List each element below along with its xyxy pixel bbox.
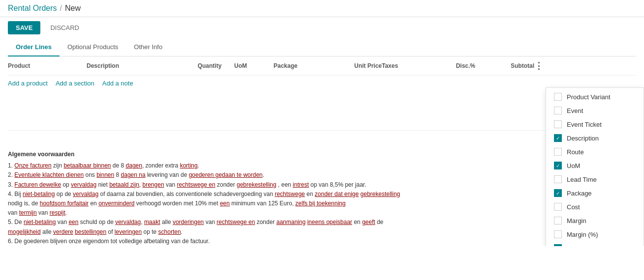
dropdown-label-margin-pct: Margin (%) [567,231,598,238]
dropdown-item-product-variant[interactable]: Product Variant [546,90,644,104]
breadcrumb-bar: Rental Orders / New [0,0,644,17]
dropdown-label-event: Event [567,107,583,114]
dropdown-label-uom: UoM [567,162,580,169]
col-header-unit-price: Unit Price [333,62,382,69]
table-header: Product Description Quantity UoM Package… [8,56,636,76]
dropdown-label-route: Route [567,148,584,156]
checkbox-margin-pct [554,230,562,238]
discard-button[interactable]: DISCARD [44,21,85,34]
terms-title: Algemene voorwaarden [8,150,401,159]
dropdown-item-cost[interactable]: Cost [546,200,644,214]
dropdown-item-route[interactable]: Route [546,145,644,159]
main-content: Order Lines Optional Products Other Info… [0,38,644,246]
checkbox-taxes [554,244,562,246]
checkbox-lead-time [554,175,562,183]
table-add-row: Add a product Add a section Add a note [8,76,636,91]
checkbox-event-ticket [554,120,562,128]
terms-line-2: 2. Eventuele klachten dienen ons binnen … [8,170,401,180]
dropdown-item-uom[interactable]: UoM [546,159,644,172]
terms-line-6: 6. De goederen blijven onze eigendom tot… [8,237,401,246]
col-header-subtotal: Subtotal [475,62,534,69]
dropdown-label-cost: Cost [567,203,580,211]
dropdown-item-event[interactable]: Event [546,104,644,117]
terms-line-5: 5. De niet-betaling van een schuld op de… [8,218,401,236]
dropdown-label-margin: Margin [567,217,586,224]
col-header-uom: UoM [234,62,274,69]
dropdown-item-description[interactable]: Description [546,131,644,145]
terms-line-1: 1. Onze facturen zijn betaalbaar binnen … [8,161,401,170]
add-note-link[interactable]: Add a note [102,80,133,87]
tab-optional-products[interactable]: Optional Products [60,38,126,56]
action-bar: SAVE DISCARD [0,17,644,38]
col-header-quantity: Quantity [185,62,234,69]
col-header-description: Description [87,62,185,69]
col-header-disc: Disc.% [441,62,475,69]
column-menu-trigger[interactable]: ⋮ [534,60,546,71]
dropdown-label-taxes: Taxes [567,245,583,246]
breadcrumb-separator: / [60,4,62,13]
dropdown-item-event-ticket[interactable]: Event Ticket [546,117,644,131]
breadcrumb: Rental Orders / New [8,4,81,13]
col-header-product: Product [8,62,87,69]
column-dropdown-menu: Product VariantEventEvent TicketDescript… [546,87,644,246]
dropdown-item-margin-pct[interactable]: Margin (%) [546,227,644,241]
dropdown-item-taxes[interactable]: Taxes [546,241,644,246]
add-product-link[interactable]: Add a product [8,80,48,87]
checkbox-cost [554,203,562,211]
dropdown-item-lead-time[interactable]: Lead Time [546,172,644,186]
checkbox-route [554,148,562,156]
breadcrumb-current: New [65,4,81,13]
dropdown-item-margin[interactable]: Margin [546,214,644,227]
checkbox-margin [554,217,562,224]
dropdown-label-description: Description [567,135,599,142]
tab-order-lines[interactable]: Order Lines [8,38,60,56]
checkbox-package [554,189,562,197]
terms-line-4: 4. Bij niet-betaling op de vervaldag of … [8,190,401,208]
col-header-package: Package [274,62,333,69]
tab-other-info[interactable]: Other Info [126,38,170,56]
col-header-taxes: Taxes [382,62,441,69]
dropdown-label-package: Package [567,190,592,197]
save-button[interactable]: SAVE [8,21,40,34]
dropdown-label-lead-time: Lead Time [567,176,597,183]
add-section-link[interactable]: Add a section [56,80,94,87]
dropdown-label-event-ticket: Event Ticket [567,121,602,128]
checkbox-product-variant [554,93,562,101]
terms-section: Algemene voorwaarden 1. Onze facturen zi… [8,150,401,246]
terms-line-4b: van termijn van respijt. [8,208,401,218]
dropdown-item-package[interactable]: Package [546,186,644,200]
terms-line-3: 3. Facturen dewelke op vervaldag niet be… [8,180,401,190]
dropdown-label-product-variant: Product Variant [567,93,611,101]
tabs: Order Lines Optional Products Other Info [8,38,636,56]
breadcrumb-parent-link[interactable]: Rental Orders [8,4,57,13]
checkbox-uom [554,162,562,169]
checkbox-description [554,134,562,142]
checkbox-event [554,107,562,114]
